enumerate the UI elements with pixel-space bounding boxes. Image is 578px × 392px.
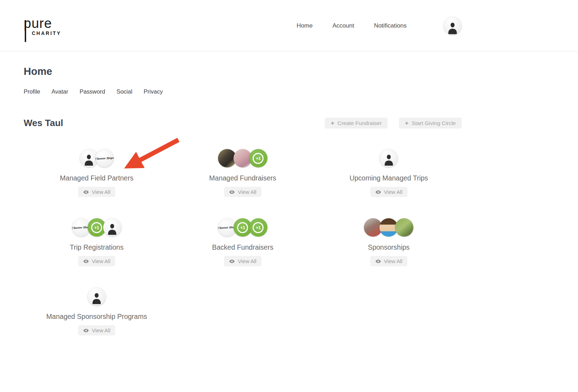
view-all-managed-fundraisers[interactable]: View All <box>224 187 261 197</box>
app-header: pure CHARITY Home Account Notifications <box>0 0 578 52</box>
user-row: Wes Taul + Create Fundraiser + Start Giv… <box>24 118 462 129</box>
logo-text-pure: pure <box>24 17 61 30</box>
subnav-avatar[interactable]: Avatar <box>52 88 68 95</box>
program-person-avatar-icon[interactable] <box>88 287 106 306</box>
section-sponsorships: Sponsorships View All <box>316 218 462 266</box>
start-giving-circle-button[interactable]: + Start Giving Circle <box>399 118 462 129</box>
choose-hope-avatar[interactable]: Choose Hope <box>95 149 114 167</box>
section-managed-fundraisers: +1 Managed Fundraisers View All <box>170 149 315 197</box>
user-actions: + Create Fundraiser + Start Giving Circl… <box>325 118 462 129</box>
eye-icon <box>375 189 381 195</box>
eye-icon <box>375 259 381 264</box>
subnav-social[interactable]: Social <box>117 88 132 95</box>
section-label: Managed Sponsorship Programs <box>46 313 147 321</box>
trip-person-avatar-icon[interactable] <box>379 149 398 167</box>
main-content: Home Profile Avatar Password Social Priv… <box>24 66 462 335</box>
trip-registrations-icons[interactable]: Choose Hope +1 <box>72 218 122 237</box>
section-label: Managed Fundraisers <box>209 174 276 182</box>
managed-field-partners-icons[interactable]: + Choose Hope <box>80 149 114 167</box>
section-trip-registrations: Choose Hope +1 Trip Registrations View A… <box>24 218 170 266</box>
view-all-trip-registrations[interactable]: View All <box>78 256 115 266</box>
nav-notifications[interactable]: Notifications <box>374 22 407 29</box>
plus-one-ring: +1 <box>91 222 102 233</box>
sponsorships-icons[interactable] <box>364 218 413 237</box>
registration-person-avatar-icon[interactable] <box>103 218 122 237</box>
plus-one-ring: +1 <box>253 222 264 233</box>
user-name-heading: Wes Taul <box>24 118 63 129</box>
eye-icon <box>83 328 89 333</box>
eye-icon <box>83 189 89 195</box>
plus-icon: + <box>331 120 334 126</box>
user-avatar[interactable] <box>443 17 462 35</box>
person-icon <box>447 21 458 35</box>
eye-icon <box>229 259 235 264</box>
nav-account[interactable]: Account <box>332 22 354 29</box>
eye-icon <box>83 259 89 264</box>
view-all-sponsorships[interactable]: View All <box>370 256 407 266</box>
section-upcoming-managed-trips: Upcoming Managed Trips View All <box>316 149 462 197</box>
choose-hope-label: Choose Hope <box>95 156 114 160</box>
upcoming-managed-trips-icons[interactable] <box>379 149 398 167</box>
section-label: Trip Registrations <box>70 243 124 251</box>
section-label: Sponsorships <box>368 243 409 251</box>
nav-home[interactable]: Home <box>297 22 313 29</box>
subnav-password[interactable]: Password <box>79 88 105 95</box>
view-all-backed-fundraisers[interactable]: View All <box>224 256 261 266</box>
plus-one-badge[interactable]: +1 <box>249 218 267 237</box>
person-icon <box>383 154 394 166</box>
settings-subnav: Profile Avatar Password Social Privacy <box>24 88 462 95</box>
subnav-profile[interactable]: Profile <box>24 88 40 95</box>
section-label: Upcoming Managed Trips <box>349 174 428 182</box>
page-title: Home <box>24 66 462 77</box>
top-navigation: Home Account Notifications <box>297 17 462 35</box>
person-icon <box>91 292 102 304</box>
managed-fundraisers-icons[interactable]: +1 <box>218 149 267 167</box>
view-all-upcoming-managed-trips[interactable]: View All <box>370 187 407 197</box>
plus-one-ring: +1 <box>237 222 248 233</box>
logo-bar <box>25 20 26 42</box>
section-label: Backed Fundraisers <box>212 243 273 251</box>
section-label: Managed Field Partners <box>60 174 134 182</box>
view-all-managed-field-partners[interactable]: View All <box>78 187 115 197</box>
plus-one-ring: +1 <box>253 153 264 164</box>
start-giving-circle-label: Start Giving Circle <box>412 120 456 126</box>
logo-text-charity: CHARITY <box>32 30 61 36</box>
plus-one-badge[interactable]: +1 <box>249 149 267 167</box>
create-fundraiser-button[interactable]: + Create Fundraiser <box>325 118 388 129</box>
plus-icon: + <box>93 157 95 162</box>
sponsorship-photo-avatar[interactable] <box>395 218 413 237</box>
create-fundraiser-label: Create Fundraiser <box>337 120 382 126</box>
section-managed-field-partners: + Choose Hope Managed Field Partners Vie… <box>24 149 170 197</box>
section-managed-sponsorship-programs: Managed Sponsorship Programs View All <box>24 287 170 335</box>
eye-icon <box>229 189 235 195</box>
section-backed-fundraisers: Choose Hope +1 +1 Backed Fundraisers Vie… <box>170 218 315 266</box>
pure-charity-logo[interactable]: pure CHARITY <box>24 15 61 36</box>
person-icon <box>107 223 118 235</box>
dashboard-sections: + Choose Hope Managed Field Partners Vie… <box>24 149 462 335</box>
plus-icon: + <box>405 120 408 126</box>
managed-sponsorship-programs-icons[interactable] <box>88 287 106 306</box>
subnav-privacy[interactable]: Privacy <box>144 88 163 95</box>
backed-fundraisers-icons[interactable]: Choose Hope +1 +1 <box>218 218 267 237</box>
view-all-managed-sponsorship-programs[interactable]: View All <box>78 325 115 335</box>
